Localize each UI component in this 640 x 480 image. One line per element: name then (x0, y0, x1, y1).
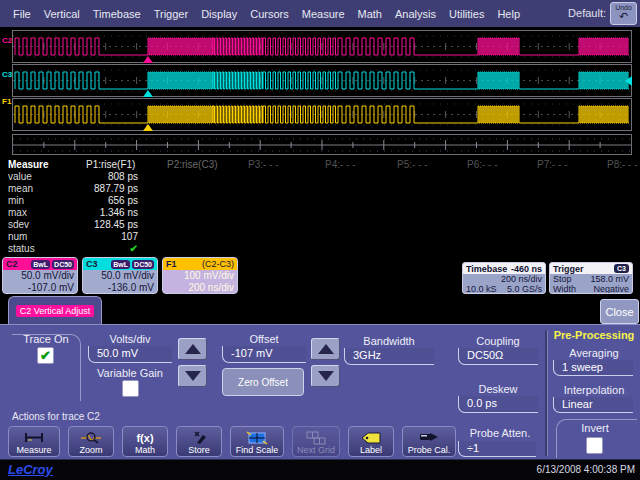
invert-checkbox[interactable] (586, 437, 603, 454)
measure-col-p5[interactable]: P5:- - - (397, 159, 428, 170)
descriptor-c2[interactable]: C2 BwL DC50 50.0 mV/div -107.0 mV (2, 257, 78, 294)
coupling-field[interactable]: DC50Ω (458, 348, 538, 365)
menu-trigger[interactable]: Trigger (154, 8, 188, 20)
zoom-button[interactable]: Zoom (68, 426, 114, 457)
menu-cursors[interactable]: Cursors (250, 8, 289, 20)
find-scale-button-label: Find Scale (236, 445, 279, 455)
undo-button[interactable]: Undo ↶ (610, 2, 637, 25)
trigger-box[interactable]: Trigger C3 Stop 158.0 mV Width Negative (549, 262, 633, 294)
measure-row-label: value (8, 171, 32, 182)
measure-value: 128.45 ps (56, 219, 138, 230)
trigger-time-marker-c3[interactable] (143, 90, 153, 97)
averaging-field[interactable]: 1 sweep (553, 360, 633, 376)
descriptor-f1-name: F1 (166, 259, 177, 269)
trigger-time-marker-f1[interactable] (143, 124, 153, 131)
trigger-mode: Stop (553, 274, 572, 284)
measure-col-p2[interactable]: P2:rise(C3) (167, 159, 218, 170)
offset-up-button[interactable] (311, 338, 340, 360)
offset-down-button[interactable] (311, 365, 340, 387)
volts-div-field[interactable]: 50.0 mV (88, 346, 172, 363)
close-button[interactable]: Close (600, 299, 639, 324)
menu-analysis[interactable]: Analysis (395, 8, 436, 20)
waveform-f1 (13, 99, 631, 130)
waveform-grid-c2 (12, 30, 632, 63)
descriptor-f1-header: F1 (C2-C3) (163, 258, 237, 270)
trigger-type-row: Width Negative (550, 284, 632, 294)
deskew-field[interactable]: 0.0 ps (458, 396, 538, 413)
descriptor-f1-timebase: 200 ns/div (163, 282, 237, 294)
bandwidth-field[interactable]: 3GHz (344, 348, 434, 365)
measure-row-label: sdev (8, 219, 29, 230)
volts-div-down-button[interactable] (178, 365, 207, 387)
descriptor-c2-header: C2 BwL DC50 (3, 258, 77, 270)
measure-col-p4[interactable]: P4:- - - (325, 159, 356, 170)
probe-atten-field[interactable]: ÷1 (458, 441, 536, 457)
descriptor-f1[interactable]: F1 (C2-C3) 100 mV/div 200 ns/div (162, 257, 238, 294)
dc50-badge: DC50 (132, 260, 154, 269)
zero-offset-button[interactable]: Zero Offset (222, 368, 304, 396)
bwl-badge: BwL (31, 260, 50, 269)
measure-col-p1[interactable]: P1:rise(F1) (86, 159, 135, 170)
trace-on-label: Trace On (16, 333, 76, 345)
timebase-scale: 200 ns/div (501, 274, 542, 284)
menu-vertical[interactable]: Vertical (44, 8, 80, 20)
menu-help[interactable]: Help (497, 8, 520, 20)
measure-col-p7[interactable]: P7:- - - (537, 159, 568, 170)
measure-col-p3[interactable]: P3:- - - (248, 159, 279, 170)
find-scale-button[interactable]: Find Scale (230, 426, 284, 457)
trigger-source-badge: C3 (614, 264, 629, 273)
menu-math[interactable]: Math (358, 8, 382, 20)
menu-display[interactable]: Display (201, 8, 237, 20)
timebase-box[interactable]: Timebase -460 ns 200 ns/div 10.0 kS 5.0 … (462, 262, 546, 294)
trigger-slope: Negative (593, 284, 629, 294)
trace-label-c3[interactable]: C3 (2, 70, 12, 79)
measure-col-p8[interactable]: P8:- - - (607, 159, 638, 170)
down-arrow-icon (185, 371, 201, 381)
trigger-time-marker-c2[interactable] (143, 56, 153, 63)
measure-value: 887.79 ps (56, 183, 138, 194)
descriptor-c3[interactable]: C3 BwL DC50 50.0 mV/div -136.0 mV (82, 257, 158, 294)
trigger-level-marker-c3[interactable] (625, 76, 632, 86)
store-button-label: Store (188, 445, 210, 455)
timebase-samples: 10.0 kS (466, 284, 497, 294)
undo-arrow-icon: ↶ (611, 12, 636, 21)
timebase-sample-row: 10.0 kS 5.0 GS/s (463, 284, 545, 294)
default-setup-label: Default: (568, 7, 606, 19)
store-button[interactable]: Store (176, 426, 222, 457)
zoom-button-label: Zoom (79, 445, 102, 455)
math-button[interactable]: f(x) Math (122, 426, 168, 457)
label-icon (359, 430, 383, 445)
menu-file[interactable]: File (13, 8, 31, 20)
probe-cal-button-label: Probe Cal. (408, 445, 451, 455)
measure-button[interactable]: Measure (8, 426, 60, 457)
offset-field[interactable]: -107 mV (222, 346, 306, 363)
deskew-label: Deskew (458, 383, 538, 395)
menu-utilities[interactable]: Utilities (449, 8, 484, 20)
probe-cal-button[interactable]: Probe Cal. (402, 426, 456, 457)
descriptor-c3-scale: 50.0 mV/div (83, 270, 157, 282)
descriptor-f1-source: (C2-C3) (202, 259, 234, 269)
volts-div-up-button[interactable] (178, 338, 207, 360)
up-arrow-icon (185, 344, 201, 354)
menu-timebase[interactable]: Timebase (93, 8, 141, 20)
variable-gain-label: Variable Gain (88, 367, 172, 379)
variable-gain-checkbox[interactable] (122, 380, 139, 397)
next-grid-button[interactable]: Next Grid (292, 426, 340, 457)
measure-col-p6[interactable]: P6:- - - (467, 159, 498, 170)
timebase-title: Timebase (466, 264, 507, 274)
menu-measure[interactable]: Measure (302, 8, 345, 20)
measure-value: 107 (56, 231, 138, 242)
descriptor-c3-badges: BwL DC50 (109, 260, 154, 269)
label-button[interactable]: Label (348, 426, 394, 457)
measure-status-check-icon: ✔ (56, 243, 138, 254)
trace-label-c2[interactable]: C2 (2, 36, 12, 45)
trace-label-f1[interactable]: F1 (2, 97, 12, 106)
trace-on-checkbox[interactable]: ✔ (37, 347, 54, 364)
interpolation-field[interactable]: Linear (553, 397, 633, 413)
descriptor-c3-header: C3 BwL DC50 (83, 258, 157, 270)
actions-for-trace-label: Actions for trace C2 (12, 411, 100, 422)
tab-c2-vertical-adjust[interactable]: C2 Vertical Adjust (8, 296, 102, 324)
find-scale-icon (245, 430, 269, 445)
measure-table-title: Measure (8, 159, 49, 170)
volts-div-label: Volts/div (88, 333, 172, 345)
